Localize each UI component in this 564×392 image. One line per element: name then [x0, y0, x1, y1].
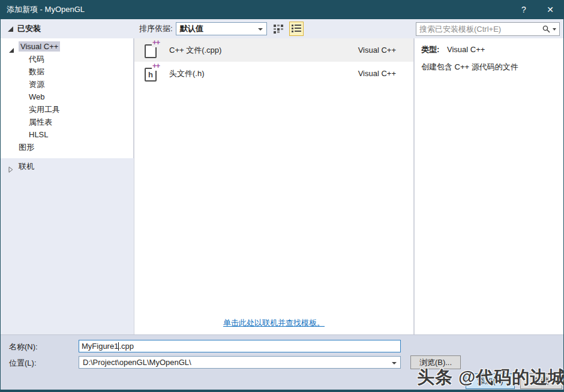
- installed-label: 已安装: [17, 23, 41, 34]
- list-view-button[interactable]: [289, 22, 304, 36]
- template-name: 头文件(.h): [169, 68, 358, 79]
- help-button[interactable]: ?: [511, 0, 537, 19]
- sidebar-item-label: 图形: [19, 143, 34, 152]
- sidebar-item-label: 实用工具: [29, 105, 60, 114]
- sidebar-item-label: 数据: [29, 67, 44, 76]
- sort-by-dropdown[interactable]: 默认值: [176, 22, 267, 35]
- online-templates-link[interactable]: 单击此处以联机并查找模板。: [223, 318, 325, 327]
- sidebar-item-hlsl[interactable]: HLSL: [1, 128, 133, 141]
- template-list-pane: 排序依据: 默认值: [134, 19, 414, 334]
- sidebar-item-installed[interactable]: 已安装: [1, 19, 134, 38]
- sort-by-label: 排序依据:: [139, 23, 173, 34]
- search-input[interactable]: 搜索已安装模板(Ctrl+E): [416, 22, 560, 36]
- template-category: Visual C++: [358, 46, 396, 55]
- cpp-file-icon: ++: [143, 41, 160, 60]
- type-label: 类型:: [421, 45, 439, 54]
- sidebar-item-label: Visual C++: [19, 41, 60, 52]
- template-row-cpp-file[interactable]: ++ C++ 文件(.cpp) Visual C++: [134, 38, 413, 62]
- template-description: 创建包含 C++ 源代码的文件: [421, 62, 563, 73]
- sidebar-item-visual-cpp[interactable]: Visual C++: [1, 40, 133, 53]
- template-name: C++ 文件(.cpp): [169, 45, 358, 56]
- expander-icon: [8, 26, 13, 32]
- name-value-before-cursor: MyFigure1: [82, 342, 118, 351]
- titlebar[interactable]: 添加新项 - MyOpenGL ? ✕: [1, 0, 563, 19]
- online-label: 联机: [19, 162, 34, 171]
- location-dropdown[interactable]: D:\Project\openGL\MyOpenGL\: [79, 356, 401, 369]
- search-icon: [542, 25, 550, 33]
- sidebar-item-graphics[interactable]: 图形: [1, 141, 133, 153]
- template-category: Visual C++: [358, 69, 396, 78]
- sidebar-item-code[interactable]: 代码: [1, 53, 133, 65]
- add-new-item-dialog: 添加新项 - MyOpenGL ? ✕ 已安装 Visual C++: [0, 0, 564, 392]
- list-view-icon: [292, 25, 301, 33]
- location-label: 位置(L):: [9, 358, 37, 369]
- sidebar-item-label: 属性表: [29, 117, 52, 126]
- header-file-icon: h ++: [143, 64, 160, 83]
- help-icon: ?: [521, 5, 526, 14]
- location-value: D:\Project\openGL\MyOpenGL\: [83, 358, 191, 367]
- sidebar-item-utility[interactable]: 实用工具: [1, 103, 133, 116]
- small-icons-view-button[interactable]: [272, 22, 286, 36]
- sidebar-item-label: 代码: [29, 55, 44, 64]
- sidebar-item-label: 资源: [29, 80, 44, 89]
- collapsed-expander-icon[interactable]: [8, 164, 13, 177]
- window-title: 添加新项 - MyOpenGL: [1, 4, 511, 15]
- template-details: 类型: Visual C++ 创建包含 C++ 源代码的文件: [414, 38, 563, 334]
- name-input[interactable]: MyFigure1 .cpp: [79, 340, 401, 352]
- sidebar-item-resource[interactable]: 资源: [1, 78, 133, 91]
- type-value: Visual C++: [447, 45, 485, 54]
- sidebar-item-data[interactable]: 数据: [1, 65, 133, 78]
- online-templates-link-wrap: 单击此处以联机并查找模板。: [134, 318, 413, 328]
- name-value-after-cursor: .cpp: [119, 342, 134, 351]
- view-toggle-group: [272, 22, 304, 36]
- sort-by-value: 默认值: [180, 23, 203, 34]
- category-sidebar: 已安装 Visual C++ 代码 数据 资源: [1, 19, 134, 334]
- list-toolbar: 排序依据: 默认值: [134, 19, 414, 38]
- small-icons-view-icon: [274, 24, 284, 34]
- sidebar-item-label: HLSL: [29, 130, 49, 139]
- chevron-down-icon[interactable]: [553, 28, 556, 31]
- sidebar-item-online[interactable]: 联机: [1, 160, 134, 173]
- search-band: 搜索已安装模板(Ctrl+E): [414, 19, 563, 38]
- sidebar-item-web[interactable]: Web: [1, 91, 133, 103]
- template-row-header-file[interactable]: h ++ 头文件(.h) Visual C++: [134, 62, 413, 85]
- search-placeholder: 搜索已安装模板(Ctrl+E): [419, 24, 542, 35]
- sidebar-item-label: Web: [29, 92, 45, 101]
- sidebar-item-property-sheets[interactable]: 属性表: [1, 116, 133, 128]
- watermark: 头条 @代码的边城: [417, 366, 564, 390]
- chevron-down-icon: [392, 362, 397, 364]
- name-label: 名称(N):: [9, 342, 38, 352]
- close-icon: ✕: [547, 5, 554, 14]
- template-list: ++ C++ 文件(.cpp) Visual C++ h ++ 头文件(.h) …: [134, 38, 414, 334]
- close-button[interactable]: ✕: [537, 0, 563, 19]
- details-pane: 搜索已安装模板(Ctrl+E) 类型: Visual C++ 创建包含 C++ …: [414, 19, 563, 334]
- chevron-down-icon: [258, 28, 263, 31]
- category-tree: Visual C++ 代码 数据 资源 Web 实用工具 属性表: [1, 38, 134, 158]
- dialog-content: 已安装 Visual C++ 代码 数据 资源: [1, 19, 563, 334]
